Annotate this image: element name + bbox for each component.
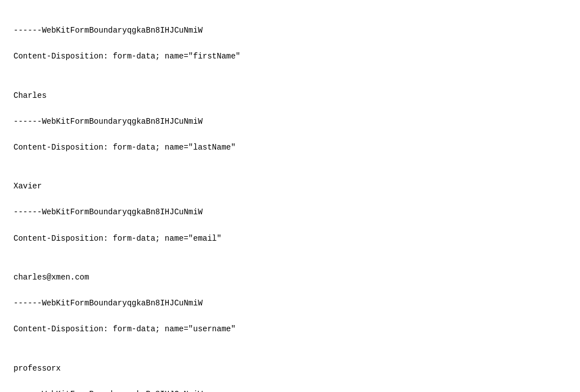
empty-line — [14, 258, 566, 271]
header-line: Content-Disposition: form-data; name="fi… — [14, 50, 566, 63]
empty-line — [14, 167, 566, 180]
form-data-content: ------WebKitFormBoundaryqgkaBn8IHJCuNmiW… — [14, 11, 566, 392]
value-line: charles@xmen.com — [14, 271, 566, 284]
header-line: Content-Disposition: form-data; name="em… — [14, 232, 566, 245]
boundary-line: ------WebKitFormBoundaryqgkaBn8IHJCuNmiW — [14, 388, 566, 392]
value-line: professorx — [14, 362, 566, 375]
header-line: Content-Disposition: form-data; name="us… — [14, 323, 566, 336]
boundary-line: ------WebKitFormBoundaryqgkaBn8IHJCuNmiW — [14, 297, 566, 310]
empty-line — [14, 349, 566, 362]
boundary-line: ------WebKitFormBoundaryqgkaBn8IHJCuNmiW — [14, 115, 566, 128]
value-line: Xavier — [14, 180, 566, 193]
value-line: Charles — [14, 89, 566, 102]
boundary-line: ------WebKitFormBoundaryqgkaBn8IHJCuNmiW — [14, 206, 566, 219]
boundary-line: ------WebKitFormBoundaryqgkaBn8IHJCuNmiW — [14, 24, 566, 37]
header-line: Content-Disposition: form-data; name="la… — [14, 141, 566, 154]
empty-line — [14, 76, 566, 89]
